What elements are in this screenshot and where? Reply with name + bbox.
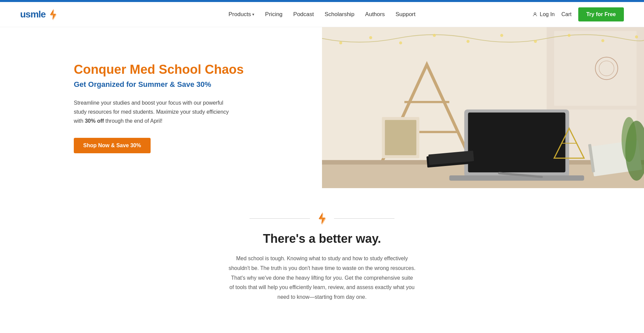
nav-products[interactable]: Products ▾ <box>228 11 254 18</box>
login-link[interactable]: Log In <box>532 11 554 17</box>
svg-point-29 <box>369 36 372 39</box>
hero-subtitle: Get Organized for Summer & Save 30% <box>74 80 295 89</box>
divider-line-right <box>334 218 394 219</box>
divider-line-left <box>250 218 310 219</box>
section-divider <box>7 212 637 225</box>
svg-rect-14 <box>449 175 584 181</box>
nav-scholarship[interactable]: Scholarship <box>325 11 355 18</box>
logo-icon <box>47 8 59 20</box>
try-free-button[interactable]: Try for Free <box>578 7 624 21</box>
svg-rect-18 <box>385 120 417 155</box>
hero-body: Streamline your studies and boost your f… <box>74 98 235 126</box>
svg-point-27 <box>622 117 637 162</box>
svg-point-2 <box>534 13 536 14</box>
better-way-body: Med school is tough. Knowing what to stu… <box>228 254 416 302</box>
desk-scene-svg <box>322 27 644 188</box>
better-way-section: There's a better way. Med school is toug… <box>0 188 644 316</box>
svg-point-30 <box>399 41 402 44</box>
svg-point-37 <box>635 36 638 39</box>
hero-image <box>322 27 644 188</box>
svg-point-36 <box>601 39 604 42</box>
svg-point-32 <box>467 40 470 43</box>
nav-podcast[interactable]: Podcast <box>293 11 314 18</box>
hero-left: Conquer Med School Chaos Get Organized f… <box>0 27 322 188</box>
logo-text: usmle <box>20 9 46 20</box>
better-way-title: There's a better way. <box>7 232 637 246</box>
products-chevron-icon: ▾ <box>252 12 254 17</box>
header: usmle Products ▾ Pricing Podcast Scholar… <box>0 2 644 27</box>
svg-marker-1 <box>51 10 57 20</box>
svg-point-33 <box>500 34 503 37</box>
svg-point-31 <box>433 34 436 37</box>
nav-support[interactable]: Support <box>395 11 416 18</box>
svg-rect-13 <box>468 113 565 173</box>
section-logo-icon <box>315 212 329 225</box>
svg-point-35 <box>568 34 571 37</box>
logo-link[interactable]: usmle <box>20 8 59 20</box>
hero-right <box>322 27 644 188</box>
nav-authors[interactable]: Authors <box>365 11 385 18</box>
main-nav: Products ▾ Pricing Podcast Scholarship A… <box>228 11 415 18</box>
cart-link[interactable]: Cart <box>561 11 572 17</box>
svg-point-28 <box>339 41 342 44</box>
shop-now-button[interactable]: Shop Now & Save 30% <box>74 138 151 153</box>
svg-point-34 <box>534 40 537 43</box>
nav-pricing[interactable]: Pricing <box>265 11 282 18</box>
hero-section: Conquer Med School Chaos Get Organized f… <box>0 27 644 188</box>
svg-marker-39 <box>319 213 326 225</box>
login-icon <box>532 12 538 17</box>
hero-title: Conquer Med School Chaos <box>74 62 295 77</box>
nav-right: Log In Cart Try for Free <box>532 7 624 21</box>
